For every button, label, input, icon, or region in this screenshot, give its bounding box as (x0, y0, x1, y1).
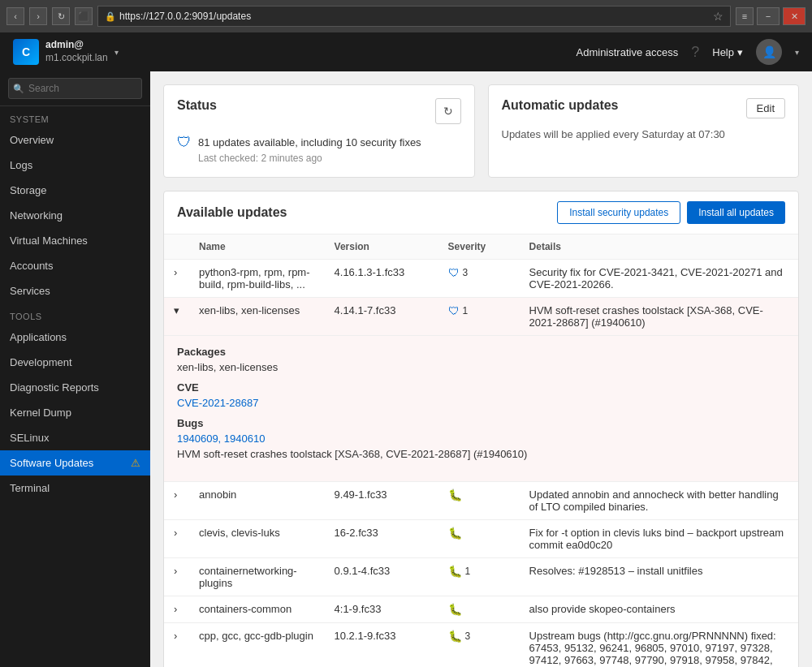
row-expand-chevron[interactable]: › (164, 596, 189, 623)
install-all-updates-button[interactable]: Install all updates (687, 201, 785, 224)
edit-button[interactable]: Edit (746, 98, 785, 118)
sidebar-item-development[interactable]: Development (0, 350, 150, 375)
version-cell: 10.2.1-9.fc33 (325, 623, 438, 668)
row-expand-chevron[interactable]: › (164, 520, 189, 558)
forward-button[interactable]: › (29, 7, 47, 25)
severity-count: 3 (463, 267, 469, 278)
minimize-button[interactable]: − (757, 7, 780, 25)
details-cell: Resolves: #1928513 – install unitfiles (520, 558, 798, 596)
sidebar-item-storage[interactable]: Storage (0, 178, 150, 203)
question-icon: ? (691, 44, 699, 61)
severity-bug-icon: 🐛 (448, 488, 462, 501)
table-row: › containernetworking-plugins 0.9.1-4.fc… (164, 558, 798, 596)
search-input[interactable] (8, 78, 142, 99)
top-cards: Status ↻ 🛡 81 updates available, includi… (163, 84, 799, 178)
sidebar-item-virtual-machines[interactable]: Virtual Machines (0, 228, 150, 253)
sidebar-item-accounts[interactable]: Accounts (0, 253, 150, 278)
auto-updates-message: Updates will be applied every Saturday a… (502, 128, 786, 140)
topbar-right: Administrative access ? Help ▾ 👤 ▾ (577, 39, 799, 65)
reload-button[interactable]: ↻ (52, 7, 70, 25)
row-expand-chevron[interactable]: ▾ (164, 298, 189, 336)
row-expand-chevron[interactable]: › (164, 482, 189, 520)
user-avatar[interactable]: 👤 (756, 39, 782, 65)
warning-icon: ⚠ (131, 457, 140, 469)
severity-count: 1 (463, 305, 469, 316)
details-cell: also provide skopeo-containers (520, 596, 798, 623)
hostname-label: m1.cockpit.lan (45, 52, 108, 65)
screenshot-button[interactable]: ⬛ (75, 7, 93, 25)
updates-actions: Install security updates Install all upd… (557, 201, 785, 224)
sidebar-item-software-updates[interactable]: Software Updates ⚠ (0, 450, 150, 476)
pkg-name-cell: containers-common (189, 596, 325, 623)
expand-detail: Packages xen-libs, xen-licenses CVE CVE-… (177, 346, 785, 460)
severity-badge: 🐛 1 (448, 565, 510, 578)
sidebar-item-overview[interactable]: Overview (0, 127, 150, 153)
avatar-chevron[interactable]: ▾ (795, 48, 799, 57)
severity-badge: 🛡 1 (448, 304, 510, 317)
col-severity: Severity (438, 235, 520, 260)
pkg-name: containers-common (199, 603, 292, 615)
row-expand-chevron[interactable]: › (164, 260, 189, 298)
install-security-updates-button[interactable]: Install security updates (557, 201, 680, 224)
severity-bug-icon: 🐛 (448, 603, 462, 616)
close-button[interactable]: ✕ (783, 7, 806, 25)
lock-icon: 🔒 (105, 11, 116, 22)
col-version: Version (325, 235, 438, 260)
sidebar-item-diagnostic-reports[interactable]: Diagnostic Reports (0, 375, 150, 400)
expanded-detail-row: Packages xen-libs, xen-licenses CVE CVE-… (164, 336, 798, 482)
sidebar-item-label: Development (10, 356, 72, 368)
version-cell: 16-2.fc33 (325, 520, 438, 558)
help-chevron: ▾ (737, 46, 743, 58)
severity-cell: 🐛 1 (438, 558, 520, 596)
help-label: Help (712, 46, 734, 58)
severity-cell: 🛡 1 (438, 298, 520, 336)
severity-cell: 🐛 3 (438, 623, 520, 668)
sidebar-item-label: Logs (10, 159, 32, 171)
details-cell: Fix for -t option in clevis luks bind – … (520, 520, 798, 558)
severity-cell: 🐛 (438, 520, 520, 558)
status-message: 81 updates available, including 10 secur… (198, 136, 421, 148)
sidebar-item-label: Services (10, 285, 50, 297)
cve-link[interactable]: CVE-2021-28687 (177, 397, 258, 409)
username-label: admin@ (45, 39, 108, 52)
back-button[interactable]: ‹ (6, 7, 24, 25)
sidebar-item-kernel-dump[interactable]: Kernel Dump (0, 400, 150, 425)
severity-badge: 🐛 3 (448, 630, 510, 643)
col-name: Name (189, 235, 325, 260)
row-expand-chevron[interactable]: › (164, 623, 189, 668)
col-expand (164, 235, 189, 260)
menu-button[interactable]: ≡ (736, 7, 754, 25)
sidebar-item-selinux[interactable]: SELinux (0, 425, 150, 450)
sidebar-item-terminal[interactable]: Terminal (0, 476, 150, 501)
version-cell: 0.9.1-4.fc33 (325, 558, 438, 596)
app-body: 🔍 System Overview Logs Storage Networkin… (0, 71, 812, 667)
sidebar-item-label: Software Updates (10, 457, 93, 469)
severity-bug-icon: 🐛 (448, 630, 462, 643)
table-row: › annobin 9.49-1.fc33 🐛 Updated annobin … (164, 482, 798, 520)
sidebar-item-applications[interactable]: Applications (0, 325, 150, 350)
sidebar-item-label: Accounts (10, 260, 53, 272)
browser-actions: ≡ − ✕ (736, 7, 806, 25)
sidebar-item-logs[interactable]: Logs (0, 153, 150, 178)
severity-shield-icon: 🛡 (448, 266, 460, 279)
version-cell: 4:1-9.fc33 (325, 596, 438, 623)
sidebar-item-label: Storage (10, 184, 47, 196)
url-bar[interactable]: 🔒 https://127.0.0.2:9091/updates ☆ (97, 6, 731, 27)
star-icon[interactable]: ☆ (713, 10, 723, 23)
severity-badge: 🐛 (448, 603, 510, 616)
pkg-name: python3-rpm, rpm, rpm-build, rpm-build-l… (199, 266, 310, 290)
sidebar-item-label: Virtual Machines (10, 235, 88, 247)
user-menu-chevron[interactable]: ▾ (114, 48, 119, 57)
status-card: Status ↻ 🛡 81 updates available, includi… (163, 84, 475, 178)
main-content: Status ↻ 🛡 81 updates available, includi… (150, 71, 812, 667)
details-cell: Security fix for CVE-2021-3421, CVE-2021… (520, 260, 798, 298)
sidebar-item-label: SELinux (10, 432, 49, 444)
cve-label: CVE (177, 381, 785, 394)
version-cell: 9.49-1.fc33 (325, 482, 438, 520)
bugs-links[interactable]: 1940609, 1940610 (177, 432, 265, 445)
sidebar-item-networking[interactable]: Networking (0, 203, 150, 228)
refresh-button[interactable]: ↻ (435, 98, 461, 124)
row-expand-chevron[interactable]: › (164, 558, 189, 596)
help-button[interactable]: Help ▾ (712, 46, 743, 58)
sidebar-item-services[interactable]: Services (0, 278, 150, 303)
